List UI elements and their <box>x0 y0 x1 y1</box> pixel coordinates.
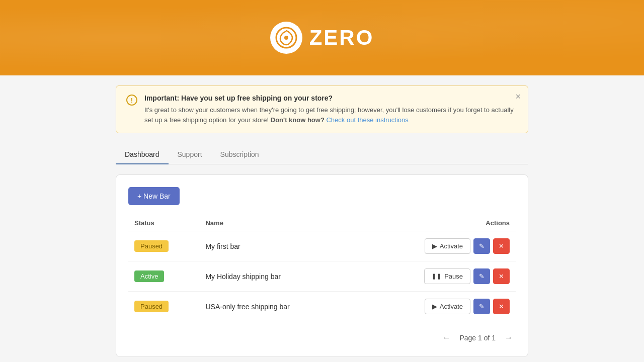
table-row: PausedMy first bar▶Activate✎✕ <box>128 231 516 261</box>
page-info: Page 1 of 1 <box>459 334 496 342</box>
table-row: PausedUSA-only free shipping bar▶Activat… <box>128 292 516 322</box>
tabs-nav: Dashboard Support Subscription <box>116 145 528 164</box>
col-spacer <box>347 215 366 231</box>
activate-button[interactable]: ▶Activate <box>425 299 470 314</box>
new-bar-button[interactable]: + New Bar <box>128 187 180 205</box>
delete-button[interactable]: ✕ <box>493 268 510 284</box>
alert-title: Important: Have you set up free shipping… <box>144 94 518 102</box>
table-row: ActiveMy Holiday shipping bar❚❚Pause✎✕ <box>128 261 516 292</box>
app-header: ZERO <box>0 0 644 75</box>
pencil-icon: ✎ <box>479 242 485 250</box>
action-label: Pause <box>444 273 463 280</box>
row-name: My first bar <box>199 231 347 261</box>
row-name: USA-only free shipping bar <box>199 292 347 322</box>
alert-body: It's great to show your customers when t… <box>144 105 518 125</box>
row-actions: ▶Activate✎✕ <box>366 231 516 261</box>
pencil-icon: ✎ <box>479 303 485 310</box>
row-actions: ▶Activate✎✕ <box>366 292 516 322</box>
alert-link[interactable]: Check out these instructions <box>326 116 408 124</box>
play-icon: ▶ <box>432 303 437 310</box>
row-status: Paused <box>128 292 199 322</box>
pause-button[interactable]: ❚❚Pause <box>424 268 470 284</box>
delete-button[interactable]: ✕ <box>493 238 510 254</box>
row-status: Active <box>128 261 199 292</box>
logo-container: ZERO <box>270 22 374 54</box>
play-icon: ▶ <box>432 242 437 250</box>
pause-icon: ❚❚ <box>432 273 442 280</box>
col-status: Status <box>128 215 199 231</box>
pencil-icon: ✎ <box>479 273 485 280</box>
bars-table: Status Name Actions PausedMy first bar▶A… <box>128 215 516 321</box>
alert-content: Important: Have you set up free shipping… <box>144 94 518 125</box>
tab-support[interactable]: Support <box>169 145 211 164</box>
status-badge: Active <box>134 270 164 282</box>
col-name: Name <box>199 215 347 231</box>
activate-button[interactable]: ▶Activate <box>425 238 470 254</box>
dashboard-card: + New Bar Status Name Actions PausedMy f… <box>116 174 528 357</box>
close-icon: ✕ <box>499 273 504 280</box>
main-content: ! Important: Have you set up free shippi… <box>116 75 528 362</box>
row-name: My Holiday shipping bar <box>199 261 347 292</box>
close-icon: ✕ <box>499 242 504 250</box>
close-icon: ✕ <box>499 303 504 310</box>
prev-page-button[interactable]: ← <box>439 331 453 344</box>
status-badge: Paused <box>134 240 169 252</box>
svg-point-1 <box>284 36 288 40</box>
alert-close-button[interactable]: × <box>515 92 521 101</box>
pagination: ← Page 1 of 1 → <box>128 331 516 344</box>
tab-dashboard[interactable]: Dashboard <box>116 145 169 164</box>
action-label: Activate <box>440 303 463 310</box>
action-label: Activate <box>440 242 463 250</box>
edit-button[interactable]: ✎ <box>473 238 490 254</box>
alert-banner: ! Important: Have you set up free shippi… <box>116 85 528 133</box>
row-actions: ❚❚Pause✎✕ <box>366 261 516 292</box>
edit-button[interactable]: ✎ <box>473 299 490 314</box>
alert-icon: ! <box>126 95 137 106</box>
next-page-button[interactable]: → <box>502 331 516 344</box>
row-status: Paused <box>128 231 199 261</box>
logo-icon <box>270 22 302 54</box>
delete-button[interactable]: ✕ <box>493 299 510 314</box>
edit-button[interactable]: ✎ <box>473 268 490 284</box>
status-badge: Paused <box>134 301 169 312</box>
tab-subscription[interactable]: Subscription <box>211 145 268 164</box>
col-actions: Actions <box>366 215 516 231</box>
logo-text: ZERO <box>309 26 374 50</box>
